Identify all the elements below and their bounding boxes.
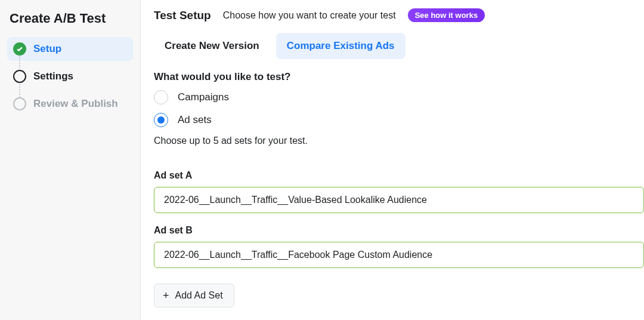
radio-label: Campaigns (178, 91, 229, 103)
radio-ad-sets[interactable]: Ad sets (154, 113, 644, 127)
step-settings[interactable]: Settings (7, 64, 133, 88)
radio-icon (154, 113, 168, 127)
step-review-publish[interactable]: Review & Publish (7, 92, 133, 116)
add-ad-set-label: Add Ad Set (175, 290, 223, 301)
circle-icon (13, 97, 26, 110)
section-title: Test Setup (154, 9, 211, 22)
tab-create-new-version[interactable]: Create New Version (154, 33, 270, 59)
step-list: Setup Settings Review & Publish (7, 37, 133, 116)
help-pill[interactable]: See how it works (408, 8, 485, 22)
plus-icon: + (163, 290, 169, 301)
ad-set-a-select[interactable]: 2022-06__Launch__Traffic__Value-Based Lo… (154, 187, 644, 213)
sidebar: Create A/B Test Setup Settings Review & … (0, 0, 141, 320)
check-icon (13, 42, 26, 56)
tab-compare-existing-ads[interactable]: Compare Existing Ads (276, 33, 405, 59)
scope-hint: Choose up to 5 ad sets for your test. (154, 136, 644, 146)
page-title: Create A/B Test (10, 11, 131, 26)
step-label: Settings (33, 70, 73, 82)
field-label: Ad set A (154, 170, 644, 181)
creation-mode-tabs: Create New Version Compare Existing Ads (154, 33, 644, 59)
ad-set-b-select[interactable]: 2022-06__Launch__Traffic__Facebook Page … (154, 242, 644, 268)
radio-label: Ad sets (178, 114, 212, 126)
section-subtitle: Choose how you want to create your test (223, 10, 396, 21)
step-setup[interactable]: Setup (7, 37, 133, 61)
main-content: Test Setup Choose how you want to create… (141, 0, 644, 320)
field-label: Ad set B (154, 225, 644, 236)
step-label: Setup (33, 43, 61, 55)
test-scope-question: What would you like to test? (154, 71, 644, 83)
add-ad-set-button[interactable]: + Add Ad Set (154, 284, 234, 307)
step-label: Review & Publish (33, 98, 118, 110)
radio-icon (154, 90, 168, 104)
circle-icon (13, 70, 26, 83)
radio-campaigns[interactable]: Campaigns (154, 90, 644, 104)
ad-set-b-block: Ad set B 2022-06__Launch__Traffic__Faceb… (154, 225, 644, 268)
ad-set-a-block: Ad set A 2022-06__Launch__Traffic__Value… (154, 170, 644, 213)
header: Test Setup Choose how you want to create… (154, 8, 644, 22)
